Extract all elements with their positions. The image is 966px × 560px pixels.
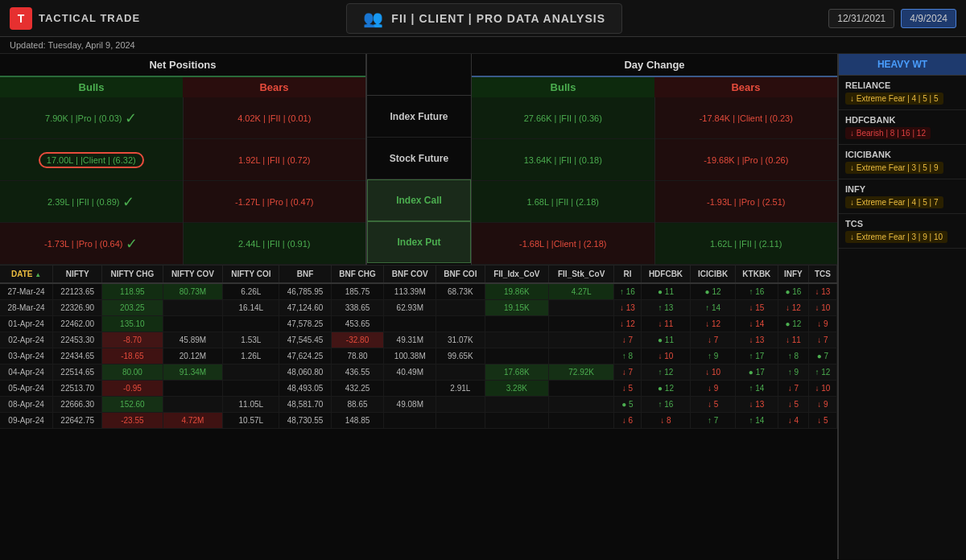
day-change-panel: Day Change Bulls Bears 27.66K | |FII | (… [472,54,837,265]
td-bnf-coi [436,316,485,332]
stock-name: HDFCBANK [845,115,960,125]
td-tcs: ↓ 10 [808,300,836,316]
checkmark-index-put: ✓ [126,235,138,253]
th-date: DATE ▲ [0,266,53,283]
row-labels: Index Future Stock Future Index Call Ind… [367,54,472,265]
td-hdfcbk: ↑ 13 [641,300,691,316]
td-hdfcbk: ● 11 [641,283,691,300]
table-header-row: DATE ▲ NIFTY NIFTY CHG NIFTY COV NIFTY C… [0,266,837,283]
td-icicibk: ↓ 5 [691,397,736,413]
td-fii-stk-cov [549,381,614,397]
td-ktkbk: ↑ 17 [735,348,778,364]
td-infy: ↓ 11 [778,332,808,348]
right-sidebar: HEAVY WT RELIANCE ↓ Extreme Fear | 4 | 5… [837,54,966,559]
td-infy: ↓ 4 [778,413,808,429]
td-infy: ↓ 12 [778,300,808,316]
td-ktkbk: ↓ 13 [735,332,778,348]
table-row: 04-Apr-24 22514.65 80.00 91.34M 48,060.8… [0,364,837,381]
net-bulls-stock-future: 17.00L | |Client | (6.32) [0,139,183,181]
td-icicibk: ↓ 7 [691,332,736,348]
td-nifty-coi: 6.26L [223,283,279,300]
header-right: 12/31/2021 4/9/2024 [828,9,956,28]
td-bnf-cov [384,316,436,332]
day-bulls-index-call: 1.68L | |FII | (2.18) [472,181,654,223]
td-bnf: 47,624.25 [279,348,331,364]
net-bulls-index-put: -1.73L | |Pro | (0.64) ✓ [0,223,183,265]
td-nifty-coi: 1.26L [223,348,279,364]
heavy-wt-button[interactable]: HEAVY WT [839,54,966,76]
td-fii-idx-cov [485,397,549,413]
table-row: 03-Apr-24 22434.65 -18.65 20.12M 1.26L 4… [0,348,837,364]
td-hdfcbk: ↑ 12 [641,364,691,381]
bottom-table: DATE ▲ NIFTY NIFTY CHG NIFTY COV NIFTY C… [0,266,837,559]
main-title: FII | CLIENT | PRO DATA ANALYSIS [391,12,605,25]
td-ri: ↓ 12 [614,316,642,332]
table-row: 01-Apr-24 22462.00 135.10 47,578.25 453.… [0,316,837,332]
th-bnf: BNF [279,266,331,283]
date-end-button[interactable]: 4/9/2024 [901,9,956,28]
td-bnf-cov [384,413,436,429]
td-nifty-chg: -23.55 [102,413,163,429]
td-bnf-coi: 31.07K [436,332,485,348]
people-icon: 👥 [363,9,383,28]
td-ri: ↓ 7 [614,332,642,348]
td-bnf-cov: 113.39M [384,283,436,300]
td-nifty-chg: 152.60 [102,397,163,413]
td-infy: ↓ 5 [778,397,808,413]
net-bulls-index-future: 7.90K | |Pro | (0.03) ✓ [0,97,183,139]
td-bnf-cov: 49.08M [384,397,436,413]
th-bnf-chg: BNF CHG [331,266,384,283]
data-panels: Net Positions Bulls Bears 7.90K | |Pro |… [0,54,837,559]
td-bnf: 47,545.45 [279,332,331,348]
table-row: 05-Apr-24 22513.70 -0.95 48,493.05 432.2… [0,381,837,397]
net-bears-header: Bears [183,77,365,97]
td-nifty-coi: 16.14L [223,300,279,316]
stock-name: INFY [845,184,960,194]
td-fii-stk-cov: 4.27L [549,283,614,300]
td-fii-stk-cov [549,316,614,332]
td-tcs: ↓ 9 [808,316,836,332]
net-positions-panel: Net Positions Bulls Bears 7.90K | |Pro |… [0,54,367,265]
td-fii-idx-cov [485,316,549,332]
td-icicibk: ↓ 10 [691,364,736,381]
stock-card: HDFCBANK ↓ Bearish | 8 | 16 | 12 [839,110,966,145]
td-nifty-cov: 20.12M [163,348,223,364]
table-row: 28-Mar-24 22326.90 203.25 16.14L 47,124.… [0,300,837,316]
td-bnf-cov [384,381,436,397]
td-bnf-chg: 338.65 [331,300,384,316]
td-tcs: ● 7 [808,348,836,364]
td-fii-idx-cov [485,332,549,348]
td-nifty-coi: 1.53L [223,332,279,348]
net-bears-index-put: 2.44L | |FII | (0.91) [184,223,366,265]
td-nifty-chg: -18.65 [102,348,163,364]
td-nifty-chg: -0.95 [102,381,163,397]
td-nifty-chg: -8.70 [102,332,163,348]
th-tcs: TCS [808,266,836,283]
stock-name: ICICIBANK [845,150,960,159]
td-ri: ↑ 8 [614,348,642,364]
td-bnf-chg: 148.85 [331,413,384,429]
stock-status: ↓ Extreme Fear | 4 | 5 | 5 [845,93,943,105]
table-row: 08-Apr-24 22666.30 152.60 11.05L 48,581.… [0,397,837,413]
day-bulls-index-put: -1.68L | |Client | (2.18) [472,223,654,265]
td-nifty-cov [163,316,223,332]
td-nifty-cov: 80.73M [163,283,223,300]
td-fii-idx-cov [485,348,549,364]
stock-card: TCS ↓ Extreme Fear | 3 | 9 | 10 [839,214,966,249]
th-fii-idx-cov: FII_Idx_CoV [485,266,549,283]
td-ktkbk: ↓ 15 [735,300,778,316]
td-ktkbk: ↓ 14 [735,316,778,332]
updated-bar: Updated: Tuesday, April 9, 2024 [0,37,966,54]
td-nifty: 22462.00 [53,316,102,332]
td-tcs: ↓ 13 [808,283,836,300]
table-body: 27-Mar-24 22123.65 118.95 80.73M 6.26L 4… [0,283,837,429]
td-icicibk: ↑ 9 [691,348,736,364]
td-infy: ↑ 8 [778,348,808,364]
day-bears-header: Bears [654,77,837,97]
td-tcs: ↑ 12 [808,364,836,381]
td-nifty-cov [163,381,223,397]
stock-cards: RELIANCE ↓ Extreme Fear | 4 | 5 | 5 HDFC… [839,76,966,249]
date-start-button[interactable]: 12/31/2021 [828,9,894,28]
net-bulls-header: Bulls [0,77,183,97]
row-label-index-put: Index Put [367,221,471,263]
